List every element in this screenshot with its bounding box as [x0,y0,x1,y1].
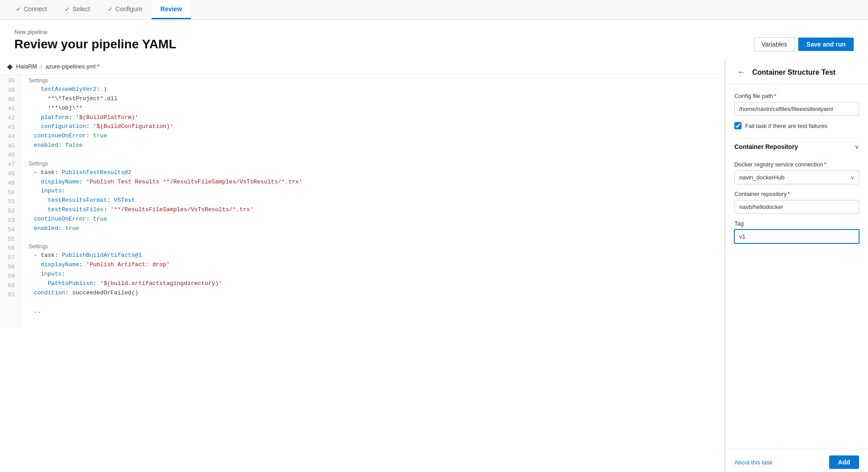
add-button[interactable]: Add [829,455,859,469]
breadcrumb-separator: / [39,63,44,70]
tab-connect[interactable]: ✓ Connect [7,0,56,19]
panel-header: ← Container Structure Test [725,59,868,85]
config-file-path-input[interactable] [734,102,859,116]
code-area[interactable]: 3839404142434445464748495051525354555657… [0,75,725,327]
breadcrumb-modified: * [97,63,100,70]
right-panel: ← Container Structure Test Config file p… [725,59,868,472]
page-header: New pipeline Review your pipeline YAML V… [0,20,868,59]
tab-review-label: Review [160,5,182,13]
file-breadcrumb: ◆ HalaRM / azure-pipelines.yml * [0,59,725,75]
breadcrumb-file: azure-pipelines.yml [46,63,96,70]
editor-panel[interactable]: ◆ HalaRM / azure-pipelines.yml * 3839404… [0,59,725,472]
panel-footer: About this task Add [725,449,868,472]
container-repo-label: Container repository* [734,191,859,197]
check-icon-connect: ✓ [16,6,21,13]
breadcrumb-repo: HalaRM [16,63,37,70]
tag-label: Tag [734,220,859,227]
fail-task-checkbox[interactable] [734,122,742,129]
tab-configure[interactable]: ✓ Configure [99,0,152,19]
page-header-left: New pipeline Review your pipeline YAML [14,29,177,51]
tab-connect-label: Connect [24,5,47,13]
header-actions: Variables Save and run [754,37,854,51]
save-and-run-button[interactable]: Save and run [798,38,854,51]
tab-select[interactable]: ✓ Select [56,0,99,19]
tab-configure-label: Configure [115,5,143,13]
page-subtitle: New pipeline [14,29,177,35]
line-numbers: 3839404142434445464748495051525354555657… [0,75,21,327]
code-lines: Settings testAssemblyVer2: | **\*TestPro… [21,75,725,327]
repo-icon: ◆ [7,62,13,71]
container-repository-title: Container Repository [734,143,798,150]
tab-review[interactable]: Review [152,0,191,19]
about-task-link[interactable]: About this task [734,459,772,466]
container-repository-section[interactable]: Container Repository ∨ [734,138,859,155]
config-file-path-label: Config file path* [734,93,859,99]
fail-task-label: Fail task if there are test failures [745,123,827,129]
chevron-down-icon: ∨ [855,143,859,150]
page-title: Review your pipeline YAML [14,37,177,51]
check-icon-select: ✓ [65,6,70,13]
check-icon-configure: ✓ [108,6,113,13]
docker-registry-select[interactable]: navin_dockerHub [734,170,859,184]
fail-task-row: Fail task if there are test failures [734,122,859,129]
top-navigation: ✓ Connect ✓ Select ✓ Configure Review [0,0,868,20]
tag-input[interactable] [734,230,859,243]
main-content: ◆ HalaRM / azure-pipelines.yml * 3839404… [0,59,868,472]
panel-body: Config file path* Fail task if there are… [725,85,868,449]
docker-registry-wrapper: navin_dockerHub ∨ [734,170,859,184]
tab-select-label: Select [72,5,90,13]
back-button[interactable]: ← [734,67,748,78]
container-repo-input[interactable] [734,200,859,214]
variables-button[interactable]: Variables [754,37,795,51]
docker-registry-label: Docker registry service connection* [734,161,859,168]
panel-title: Container Structure Test [752,68,835,77]
